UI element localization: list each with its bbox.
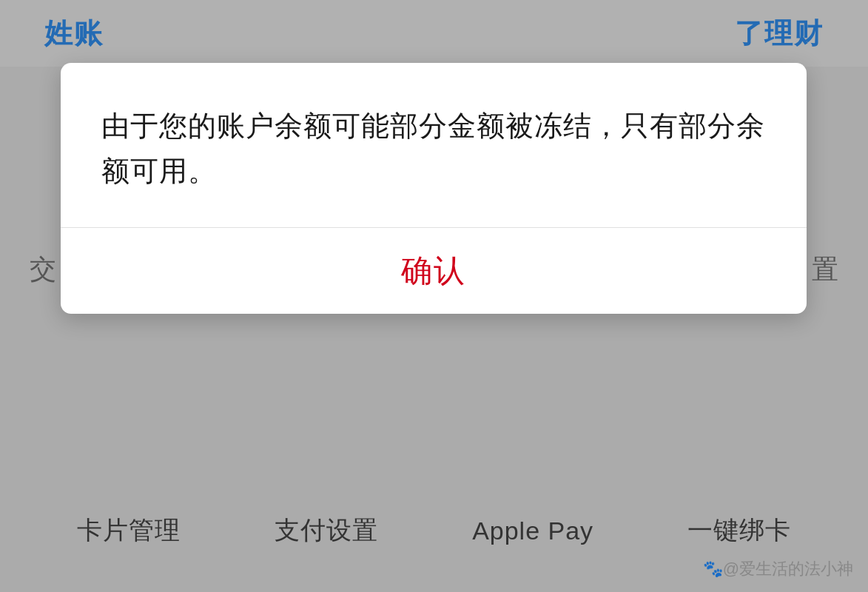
tab-apple-pay[interactable]: Apple Pay (472, 517, 593, 545)
mid-right-label: 置 (812, 252, 838, 288)
tab-bind-card[interactable]: 一键绑卡 (687, 514, 791, 548)
watermark: 🐾@爱生活的法小神 (703, 558, 853, 580)
tab-payment-settings[interactable]: 支付设置 (275, 514, 378, 548)
dialog-message: 由于您的账户余额可能部分金额被冻结，只有部分余额可用。 (101, 104, 766, 194)
dialog-body: 由于您的账户余额可能部分金额被冻结，只有部分余额可用。 (61, 63, 807, 227)
mid-left-label: 交 (30, 252, 56, 288)
tab-card-management[interactable]: 卡片管理 (77, 514, 181, 548)
mid-row: 交 置 (0, 252, 868, 288)
bottom-tab-bar: 卡片管理 支付设置 Apple Pay 一键绑卡 (0, 514, 868, 548)
